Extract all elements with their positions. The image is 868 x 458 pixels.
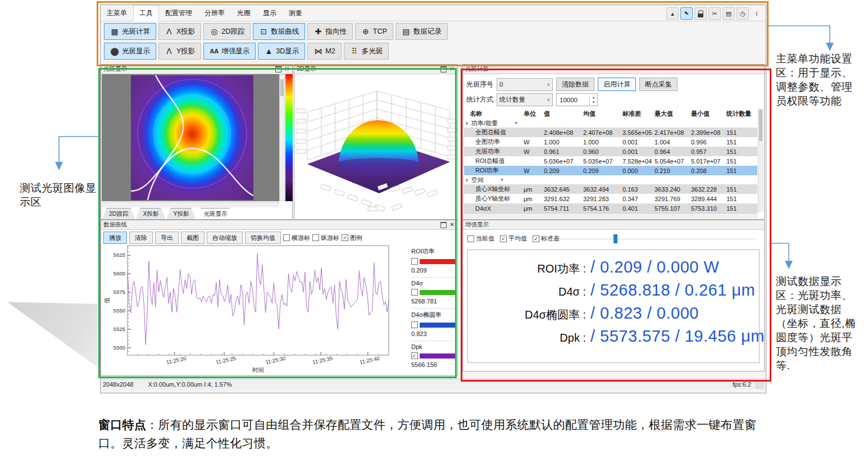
- curve-panel-title: 数据曲线: [103, 221, 127, 229]
- table-row-全图总幅值[interactable]: 全图总幅值2.408e+082.407e+083.565e+052.417e+0…: [464, 128, 757, 137]
- column-header-名称[interactable]: 名称: [470, 110, 524, 118]
- column-header-值[interactable]: 值: [544, 110, 583, 118]
- table-group-空间[interactable]: ∨空间▾: [464, 175, 757, 184]
- beam-vertical-scrollbar[interactable]: [279, 74, 285, 201]
- toolbar-button-label: 增强显示: [221, 47, 249, 56]
- toolbar-button-Y投影[interactable]: ΛY投影: [158, 43, 201, 60]
- toolbar-button-数据曲线[interactable]: ⊡数据曲线: [253, 23, 305, 40]
- beam-tab-光斑显示[interactable]: 光斑显示: [197, 208, 234, 219]
- enhanced-slider-handle[interactable]: [613, 234, 617, 243]
- curve-button-自动缩放[interactable]: 自动缩放: [207, 232, 243, 244]
- toolbar-button-光斑计算[interactable]: ▦光斑计算: [104, 23, 156, 40]
- beam-horizontal-scrollbar[interactable]: [102, 202, 279, 207]
- save-icon[interactable]: ▤: [722, 7, 735, 20]
- beam-tab-Y投影[interactable]: Y投影: [166, 208, 196, 219]
- column-header-统计数量[interactable]: 统计数量: [726, 110, 757, 118]
- calc-panel-titlebar: 光斑计算: [463, 65, 764, 74]
- enhanced-size-slider[interactable]: [547, 239, 756, 239]
- calc-horizontal-scrollbar[interactable]: [463, 213, 758, 219]
- toolbar-button-指向性[interactable]: ✚指向性: [307, 23, 353, 40]
- beam-tab-X投影[interactable]: X投影: [136, 208, 165, 219]
- pin-icon[interactable]: ✒: [680, 7, 693, 20]
- float-window-icon[interactable]: [440, 66, 447, 72]
- curve-button-导出[interactable]: 导出: [155, 232, 179, 244]
- cell: 1.000: [583, 139, 622, 146]
- legend-checkbox[interactable]: [411, 289, 418, 296]
- clock-icon[interactable]: ◷: [737, 7, 749, 20]
- table-row-全图功率[interactable]: 全图功率W1.0001.0000.0011.0040.996151: [464, 137, 757, 147]
- enhanced-checkbox-平均值[interactable]: ✓平均值: [500, 234, 527, 243]
- cell: 0.996: [691, 139, 726, 146]
- toolbar-button-增强显示[interactable]: AA增强显示: [203, 43, 256, 60]
- float-window-icon[interactable]: [440, 222, 447, 228]
- table-header-row: 名称单位值均值标准差最大值最小值统计数量: [464, 108, 757, 119]
- table-row-D4σX[interactable]: D4σXμm5754.7115754.1760.4015755.1075753.…: [464, 203, 757, 213]
- legend-color-bar: [420, 259, 456, 264]
- legend-checkbox[interactable]: ✓: [411, 352, 418, 359]
- info-icon[interactable]: i: [751, 7, 763, 20]
- close-icon[interactable]: ✕: [450, 66, 455, 72]
- beam-heatmap-image[interactable]: [131, 75, 253, 200]
- toolbar-button-TCP[interactable]: ⊕TCP: [355, 23, 393, 40]
- toolbar-button-光斑显示[interactable]: ⬤光斑显示: [104, 43, 156, 60]
- beam-panel-titlebar: 光斑显示 ✕: [101, 65, 292, 74]
- svg-text:11:25:25: 11:25:25: [215, 355, 237, 365]
- scissors-icon[interactable]: ✂: [708, 7, 721, 20]
- calc-button-清除数据[interactable]: 清除数据: [556, 78, 594, 91]
- calculator-icon: ▦: [110, 27, 119, 36]
- beam-tab-2D跟踪[interactable]: 2D跟踪: [102, 208, 135, 219]
- menu-tab-主菜单[interactable]: 主菜单: [101, 5, 133, 21]
- curve-button-截图[interactable]: 截图: [181, 232, 204, 244]
- beam-seq-select[interactable]: 0∨: [497, 78, 553, 91]
- resize-grip[interactable]: [756, 380, 764, 388]
- stat-count-stepper[interactable]: 10000 ▲▼: [556, 93, 598, 106]
- curve-checkbox-横游标[interactable]: 横游标: [283, 234, 310, 242]
- table-group-功率/能量[interactable]: ∨功率/能量▾: [464, 119, 757, 128]
- column-header-标准差[interactable]: 标准差: [622, 110, 655, 118]
- curve-button-播放[interactable]: 播放: [103, 232, 127, 244]
- menu-tab-配置管理[interactable]: 配置管理: [159, 5, 198, 21]
- column-header-均值[interactable]: 均值: [583, 110, 622, 118]
- calc-button-启用计算[interactable]: 启用计算: [598, 78, 636, 91]
- table-row-光斑功率[interactable]: 光斑功率W0.9610.9600.0010.9640.957151: [464, 147, 757, 156]
- toolbar-button-label: X投影: [176, 27, 195, 37]
- menu-tab-光圈[interactable]: 光圈: [231, 5, 257, 21]
- table-row-质心X轴坐标[interactable]: 质心X轴坐标μm3632.6453632.4940.1633633.240363…: [464, 184, 757, 194]
- column-header-最小值[interactable]: 最小值: [691, 110, 726, 118]
- lock-icon[interactable]: [694, 7, 707, 20]
- table-row-ROI功率[interactable]: ROI功率W0.2090.2090.0000.2100.208151: [464, 166, 757, 175]
- menu-tab-工具[interactable]: 工具: [133, 5, 159, 21]
- legend-checkbox[interactable]: [411, 321, 418, 328]
- curve-checkbox-图例[interactable]: ✓图例: [342, 234, 362, 242]
- close-icon[interactable]: ✕: [285, 66, 289, 72]
- curve-button-切换均值[interactable]: 切换均值: [245, 232, 281, 244]
- float-window-icon[interactable]: [275, 66, 281, 72]
- curve-button-清除[interactable]: 清除: [129, 232, 153, 244]
- checkbox-label: 平均值: [508, 234, 527, 243]
- menu-tab-显示[interactable]: 显示: [257, 5, 283, 21]
- cell: 全图总幅值: [470, 128, 524, 137]
- legend-checkbox[interactable]: [411, 258, 418, 265]
- table-row-ROI总幅值[interactable]: ROI总幅值5.036e+075.035e+077.528e+045.054e+…: [464, 156, 757, 166]
- toolbar-button-M2[interactable]: ⋈M2: [307, 43, 341, 60]
- toolbar-button-数据记录[interactable]: ▤数据记录: [396, 23, 448, 40]
- cell: 3291.632: [544, 196, 583, 202]
- stat-mode-select[interactable]: 统计数量∨: [497, 93, 553, 106]
- menu-tab-测量[interactable]: 测量: [283, 5, 308, 21]
- close-icon[interactable]: ✕: [450, 222, 455, 228]
- column-header-最大值[interactable]: 最大值: [655, 110, 691, 118]
- collapse-icon[interactable]: ▴: [666, 7, 679, 20]
- calc-vertical-scrollbar[interactable]: [758, 108, 764, 212]
- column-header-单位[interactable]: 单位: [524, 110, 544, 118]
- table-row-质心Y轴坐标[interactable]: 质心Y轴坐标μm3291.6323291.2830.3473291.769328…: [464, 194, 757, 203]
- menu-tab-分辨率[interactable]: 分辨率: [198, 5, 231, 21]
- toolbar-button-3D显示[interactable]: ▲3D显示: [258, 43, 305, 60]
- toolbar-button-X投影[interactable]: ΛX投影: [158, 23, 201, 40]
- 3d-surface-plot[interactable]: [295, 74, 457, 219]
- calc-button-断点采集[interactable]: 断点采集: [639, 78, 678, 91]
- toolbar-button-多光斑[interactable]: ⠿多光斑: [344, 43, 389, 60]
- curve-checkbox-纵游标[interactable]: 纵游标: [312, 234, 339, 242]
- enhanced-checkboxes: 当前值✓平均值✓标准差: [467, 234, 560, 243]
- toolbar-button-2D跟踪[interactable]: ◎2D跟踪: [203, 23, 251, 40]
- enhanced-checkbox-当前值[interactable]: 当前值: [467, 234, 494, 243]
